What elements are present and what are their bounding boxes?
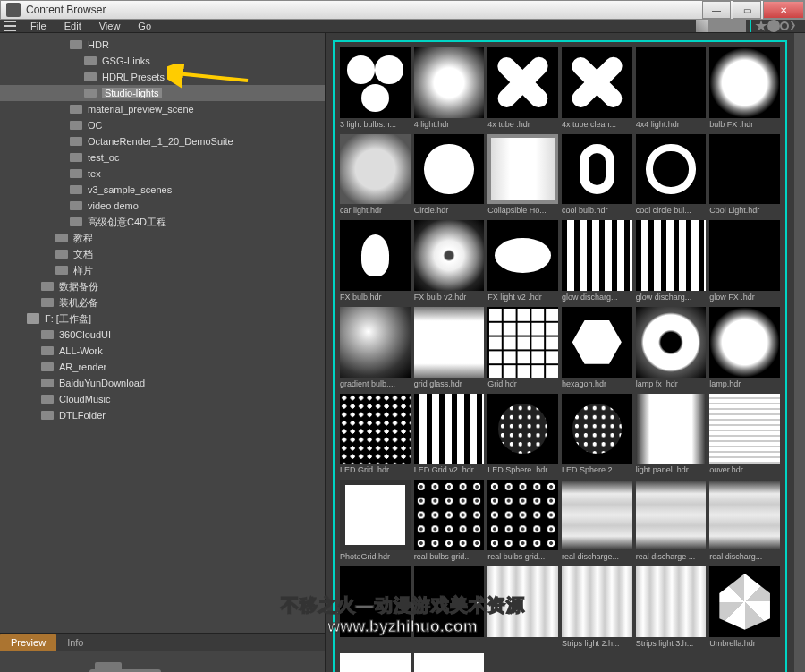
tree-item-octane[interactable]: OctaneRender_1_20_DemoSuite — [0, 133, 325, 149]
hamburger-icon[interactable] — [4, 20, 16, 32]
thumbnail-item[interactable]: Grid.hdr — [487, 307, 558, 390]
thumbnail-item[interactable]: hexagon.hdr — [562, 307, 632, 390]
copy-icon[interactable] — [721, 20, 733, 32]
tree-item-cloud[interactable]: CloudMusic — [0, 391, 325, 407]
thumbnail-label — [340, 637, 411, 641]
thumbnail-item[interactable]: grid glass.hdr — [414, 307, 485, 390]
thumbnail-image — [562, 47, 632, 118]
thumbnail-item[interactable]: glow discharg... — [636, 220, 707, 303]
thumbnail-item[interactable]: LED Grid .hdr — [340, 394, 411, 477]
thumbnail-item[interactable]: Cool Light.hdr — [709, 134, 780, 217]
thumbnail-label: ouver.hdr — [709, 464, 780, 476]
star-icon[interactable] — [755, 20, 767, 32]
thumbnail-item[interactable]: light panel .hdr — [636, 394, 707, 477]
tree-item-c4d[interactable]: 高级创意C4D工程 — [0, 214, 325, 230]
tree-item-wendang[interactable]: 文档 — [0, 246, 325, 262]
tree-item-studio-lights[interactable]: Studio-lights — [0, 85, 325, 101]
thumbnail-image — [340, 134, 411, 205]
tree-item-360[interactable]: 360CloudUI — [0, 327, 325, 343]
thumbnail-item[interactable]: Umbrella.hdr — [709, 566, 780, 650]
tree-item-v3[interactable]: v3_sample_scenes — [0, 182, 325, 198]
minimize-button[interactable]: — — [702, 1, 731, 19]
tree-item-ar[interactable]: AR_render — [0, 359, 325, 375]
user-icon[interactable] — [767, 20, 780, 32]
thumbnail-item[interactable]: 3 light bulbs.h... — [340, 47, 411, 131]
tree-item-video[interactable]: video demo — [0, 198, 325, 214]
thumbnail-item[interactable] — [340, 566, 411, 650]
thumbnail-item[interactable]: FX bulb v2.hdr — [414, 220, 485, 303]
thumbnail-image — [636, 307, 707, 378]
titlebar[interactable]: Content Browser — ▭ ✕ — [0, 0, 805, 20]
menu-go[interactable]: Go — [129, 21, 160, 31]
tree-item-dtl[interactable]: DTLFolder — [0, 407, 325, 423]
trash-icon[interactable] — [733, 20, 746, 32]
edit-icon[interactable] — [696, 20, 708, 32]
tree-item-hdr[interactable]: HDR — [0, 37, 325, 53]
thumbnail-item[interactable]: gradient bulb.... — [340, 307, 411, 390]
close-button[interactable]: ✕ — [763, 1, 804, 19]
tree-item-jiaocheng[interactable]: 教程 — [0, 230, 325, 246]
maximize-button[interactable]: ▭ — [733, 1, 761, 19]
thumbnail-item[interactable] — [414, 653, 485, 672]
thumbnail-item[interactable]: lamp.hdr — [709, 307, 780, 390]
thumbnail-item[interactable]: FX bulb.hdr — [340, 220, 411, 303]
tab-info[interactable]: Info — [56, 634, 94, 651]
thumbnail-item[interactable]: FX light v2 .hdr — [487, 220, 558, 303]
menu-edit[interactable]: Edit — [55, 21, 90, 31]
thumbnail-item[interactable] — [487, 566, 558, 650]
menu-view[interactable]: View — [90, 21, 130, 31]
thumbnail-item[interactable]: real bulbs grid... — [487, 480, 558, 563]
tree-item-yangpian[interactable]: 样片 — [0, 262, 325, 278]
thumbnail-item[interactable]: glow discharg... — [562, 220, 632, 303]
thumbnail-item[interactable]: LED Sphere 2 ... — [562, 394, 632, 477]
thumbnail-item[interactable]: LED Sphere .hdr — [487, 394, 558, 477]
thumbnail-item[interactable]: cool circle bul... — [636, 134, 707, 217]
tree-item-zhuangji[interactable]: 装机必备 — [0, 294, 325, 310]
thumbnail-item[interactable]: 4x tube clean... — [562, 47, 632, 131]
thumbnail-item[interactable]: cool bulb.hdr — [562, 134, 632, 217]
tree-item-allwork[interactable]: ALL-Work — [0, 343, 325, 359]
search-icon[interactable] — [780, 21, 789, 30]
thumbnail-item[interactable]: Collapsible Ho... — [487, 134, 558, 217]
thumbnail-item[interactable]: car light.hdr — [340, 134, 411, 217]
thumbnail-item[interactable]: glow FX .hdr — [709, 220, 780, 303]
thumbnail-item[interactable]: 4x tube .hdr — [487, 47, 558, 131]
tree-item-gsg[interactable]: GSG-Links — [0, 53, 325, 69]
thumbnail-item[interactable]: LED Grid v2 .hdr — [414, 394, 485, 477]
thumbnail-image — [414, 394, 485, 464]
thumbnail-item[interactable]: Strips light 3.h... — [636, 566, 707, 650]
thumbnail-item[interactable] — [340, 653, 411, 672]
tree-item-drive-f[interactable]: F: [工作盘] — [0, 310, 325, 327]
chevron-icon[interactable]: ❯ — [789, 20, 801, 32]
thumbnail-item[interactable]: PhotoGrid.hdr — [340, 480, 411, 563]
thumbnail-item[interactable]: lamp fx .hdr — [636, 307, 707, 390]
menu-file[interactable]: File — [21, 21, 55, 31]
preview-area — [0, 651, 325, 672]
thumbnail-item[interactable]: real bulbs grid... — [414, 480, 485, 563]
tree-item-matprev[interactable]: material_preview_scene — [0, 101, 325, 117]
thumbnail-item[interactable] — [414, 566, 485, 650]
thumbnail-item[interactable]: Circle.hdr — [414, 134, 485, 217]
thumbnail-item[interactable]: ouver.hdr — [709, 394, 780, 477]
scrollbar-vertical[interactable] — [794, 33, 805, 672]
folder-icon — [70, 201, 82, 210]
tab-preview[interactable]: Preview — [0, 634, 56, 651]
tree-item-testoc[interactable]: test_oc — [0, 149, 325, 166]
thumbnail-item[interactable]: real discharge... — [562, 480, 632, 563]
tree-item-shuju[interactable]: 数据备份 — [0, 278, 325, 294]
tree-item-hdrl[interactable]: HDRL Presets — [0, 69, 325, 85]
tree-item-baidu[interactable]: BaiduYunDownload — [0, 375, 325, 391]
tree-item-tex[interactable]: tex — [0, 166, 325, 182]
thumbnail-item[interactable]: real discharge ... — [636, 480, 707, 563]
tree-item-oc[interactable]: OC — [0, 117, 325, 133]
home-icon[interactable] — [708, 20, 721, 32]
thumbnail-item[interactable]: 4x4 light.hdr — [636, 47, 707, 131]
thumbnail-item[interactable]: 4 light.hdr — [414, 47, 485, 131]
thumbnail-image — [414, 220, 485, 291]
thumbnail-label: 4x tube clean... — [562, 118, 632, 131]
thumbnail-item[interactable]: Strips light 2.h... — [562, 566, 632, 650]
thumbnail-image — [562, 220, 632, 291]
thumbnail-item[interactable]: real discharg... — [709, 480, 780, 563]
thumbnail-label: PhotoGrid.hdr — [340, 550, 411, 563]
thumbnail-item[interactable]: bulb FX .hdr — [709, 47, 780, 131]
